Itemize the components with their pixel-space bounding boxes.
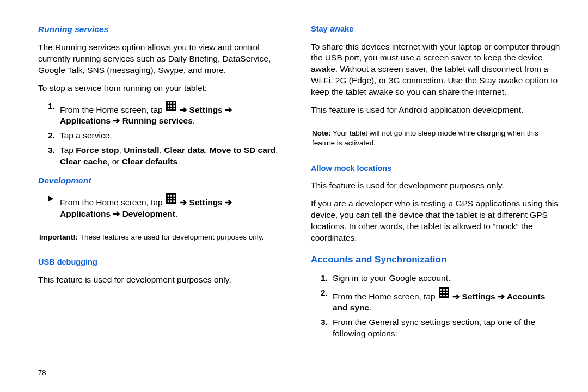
allow-mock-body1: This feature is used for development pur… — [311, 180, 562, 192]
step-body: From the Home screen, tap ➔ Settings ➔ A… — [333, 287, 562, 314]
text-bold: Development — [120, 209, 175, 218]
text-bold: Move to SD card — [210, 145, 275, 155]
apps-icon — [439, 287, 449, 301]
text-bold: Settings — [462, 291, 498, 301]
running-services-steps: 1. From the Home screen, tap ➔ Settings … — [38, 97, 289, 171]
accounts-steps: 1. Sign in to your Google account. 2. Fr… — [311, 270, 562, 344]
list-item: 2. From the Home screen, tap ➔ Settings … — [321, 287, 562, 314]
text-bold: Clear cache — [60, 157, 107, 166]
text-bold: Settings — [189, 198, 225, 207]
important-note-box: Important!: These features are used for … — [38, 229, 289, 246]
list-item: 2. Tap a service. — [48, 130, 289, 142]
text-bold: Clear data — [164, 145, 205, 155]
left-column: Running services The Running services op… — [38, 20, 289, 366]
heading-development: Development — [38, 175, 289, 187]
note-body: Your tablet will not go into sleep mode … — [312, 129, 538, 147]
text: From the Home screen, tap — [60, 198, 165, 207]
step-number: 3. — [48, 145, 60, 168]
text: From the Home screen, tap — [60, 105, 165, 114]
step-number: 2. — [321, 287, 333, 314]
text-bold: Running services — [120, 116, 193, 125]
heading-stay-awake: Stay awake — [311, 24, 562, 35]
heading-accounts-sync: Accounts and Synchronization — [311, 254, 562, 266]
arrow-icon: ➔ — [180, 105, 187, 114]
right-column: Stay awake To share this devices interne… — [311, 20, 562, 366]
note-lead: Important!: — [39, 233, 78, 241]
running-services-lead: To stop a service from running on your t… — [38, 83, 289, 94]
stay-awake-body2: This feature is used for Android applica… — [311, 105, 562, 116]
text: , — [205, 145, 210, 155]
step-body: From the General sync settings section, … — [333, 317, 562, 340]
note-box: Note: Your tablet will not go into sleep… — [311, 125, 562, 152]
step-number: 1. — [48, 101, 60, 127]
allow-mock-body2: If you are a developer who is testing a … — [311, 198, 562, 244]
text: , — [275, 145, 278, 155]
arrow-icon: ➔ — [113, 209, 120, 218]
list-item: 3. Tap Force stop, Uninstall, Clear data… — [48, 145, 289, 168]
text-bold: Settings — [189, 105, 225, 114]
running-services-intro: The Running services option allows you t… — [38, 42, 289, 76]
step-body: Tap a service. — [60, 130, 289, 142]
text: From the Home screen, tap — [333, 291, 438, 301]
page: Running services The Running services op… — [0, 0, 588, 392]
step-body: From the Home screen, tap ➔ Settings ➔ A… — [60, 101, 289, 127]
bullet — [48, 193, 60, 220]
triangle-icon — [48, 195, 53, 202]
columns: Running services The Running services op… — [38, 20, 562, 366]
list-item: From the Home screen, tap ➔ Settings ➔ A… — [48, 193, 289, 220]
text-bold: Uninstall — [124, 145, 159, 155]
step-number: 2. — [48, 130, 60, 142]
note-lead: Note: — [312, 129, 331, 137]
step-body: From the Home screen, tap ➔ Settings ➔ A… — [60, 193, 289, 220]
page-number: 78 — [38, 368, 562, 378]
arrow-icon: ➔ — [225, 198, 232, 207]
text-bold: Applications — [60, 116, 113, 125]
text-bold: Applications — [60, 209, 113, 218]
list-item: 1. From the Home screen, tap ➔ Settings … — [48, 101, 289, 127]
text: Tap — [60, 145, 76, 155]
heading-allow-mock: Allow mock locations — [311, 163, 562, 174]
text-bold: Force stop — [76, 145, 119, 155]
list-item: 1. Sign in to your Google account. — [321, 273, 562, 284]
text: , — [160, 145, 164, 155]
apps-icon — [166, 101, 176, 114]
arrow-icon: ➔ — [452, 291, 460, 301]
heading-usb-debugging: USB debugging — [38, 257, 289, 268]
list-item: 3. From the General sync settings sectio… — [321, 317, 562, 340]
step-number: 3. — [321, 317, 333, 340]
arrow-icon: ➔ — [113, 116, 120, 125]
step-number: 1. — [321, 273, 333, 284]
heading-running-services: Running services — [38, 24, 289, 35]
usb-debugging-body: This feature is used for development pur… — [38, 274, 289, 286]
development-step: From the Home screen, tap ➔ Settings ➔ A… — [38, 190, 289, 223]
stay-awake-body1: To share this devices internet with your… — [311, 41, 562, 99]
step-body: Sign in to your Google account. — [333, 273, 562, 284]
note-body: These features are used for development … — [78, 233, 264, 241]
step-body: Tap Force stop, Uninstall, Clear data, M… — [60, 145, 289, 168]
arrow-icon: ➔ — [225, 105, 232, 114]
arrow-icon: ➔ — [180, 198, 187, 207]
text: , or — [107, 157, 122, 166]
text-bold: Clear defaults — [122, 157, 178, 166]
text: , — [119, 145, 124, 155]
apps-icon — [166, 193, 176, 207]
arrow-icon: ➔ — [498, 291, 505, 301]
